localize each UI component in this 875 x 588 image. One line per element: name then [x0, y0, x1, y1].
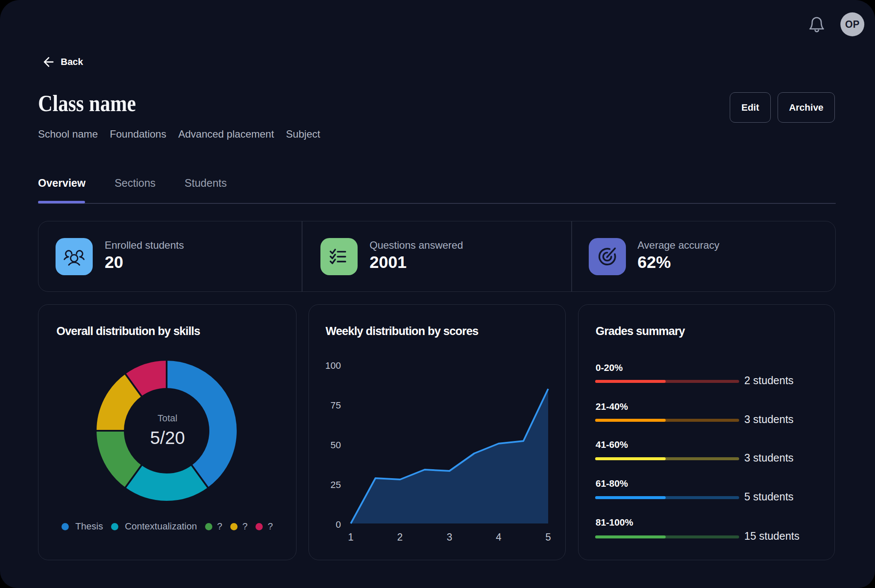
svg-text:0: 0	[336, 519, 341, 530]
svg-text:1: 1	[348, 532, 353, 543]
svg-text:50: 50	[331, 440, 341, 450]
svg-text:100: 100	[325, 360, 341, 371]
svg-text:2: 2	[397, 532, 402, 543]
svg-text:3: 3	[446, 532, 452, 543]
svg-text:75: 75	[331, 400, 341, 411]
svg-text:5: 5	[545, 532, 551, 543]
svg-text:4: 4	[496, 532, 501, 543]
svg-text:25: 25	[331, 479, 341, 490]
